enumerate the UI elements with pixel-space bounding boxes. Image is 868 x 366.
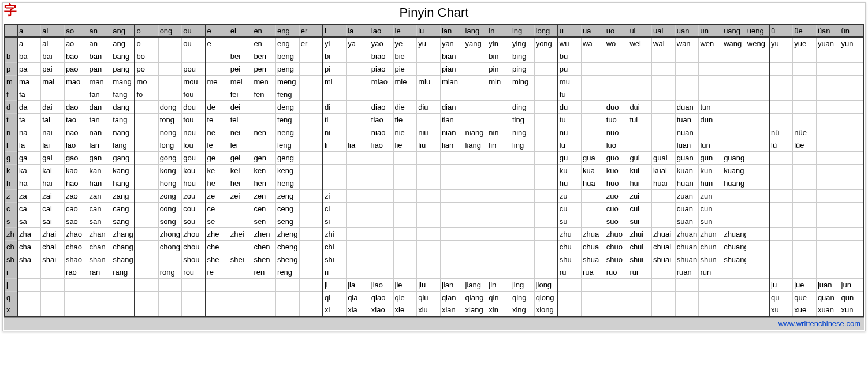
- syllable-cell: chang: [111, 240, 135, 253]
- syllable-cell: [88, 304, 111, 316]
- syllable-cell: [135, 100, 158, 113]
- syllable-cell: chua: [582, 240, 605, 253]
- syllable-cell: seng: [276, 215, 300, 227]
- syllable-cell: niu: [417, 126, 441, 139]
- initial-cell: z: [5, 189, 17, 202]
- syllable-cell: [652, 202, 676, 215]
- syllable-cell: [816, 266, 840, 278]
- syllable-cell: [370, 164, 393, 177]
- syllable-cell: ni: [323, 126, 347, 139]
- syllable-cell: nuo: [605, 126, 628, 139]
- syllable-cell: zhuan: [675, 227, 699, 240]
- syllable-cell: [440, 227, 464, 240]
- syllable-cell: cu: [558, 202, 582, 215]
- syllable-cell: [487, 215, 511, 227]
- initial-cell: m: [5, 75, 17, 88]
- initial-cell: zh: [5, 227, 17, 240]
- syllable-cell: [746, 227, 769, 240]
- syllable-cell: fan: [88, 88, 111, 100]
- syllable-cell: [276, 304, 300, 316]
- syllable-cell: [393, 151, 417, 164]
- syllable-cell: [605, 291, 628, 304]
- final-header: ai: [41, 24, 65, 37]
- syllable-cell: pu: [558, 62, 582, 75]
- syllable-cell: huang: [722, 177, 746, 189]
- syllable-cell: hun: [699, 177, 722, 189]
- syllable-cell: ruan: [675, 266, 699, 278]
- syllable-cell: [417, 215, 441, 227]
- syllable-cell: [816, 177, 840, 189]
- syllable-cell: ren: [252, 266, 276, 278]
- syllable-cell: [816, 253, 840, 266]
- syllable-cell: [652, 50, 676, 62]
- syllable-cell: gei: [229, 151, 252, 164]
- syllable-cell: luo: [605, 139, 628, 151]
- syllable-cell: yuan: [816, 37, 840, 50]
- syllable-cell: [793, 253, 817, 266]
- syllable-cell: [393, 177, 417, 189]
- syllable-cell: [675, 62, 699, 75]
- syllable-cell: [393, 189, 417, 202]
- syllable-cell: [628, 304, 652, 316]
- footer-link[interactable]: www.writtenchinese.com: [778, 319, 860, 328]
- syllable-cell: [206, 278, 229, 291]
- syllable-cell: eng: [276, 37, 300, 50]
- syllable-cell: chuai: [652, 240, 676, 253]
- final-header: a: [17, 24, 41, 37]
- syllable-cell: cai: [41, 202, 65, 215]
- syllable-cell: [722, 50, 746, 62]
- syllable-cell: [299, 253, 323, 266]
- syllable-cell: [582, 304, 605, 316]
- syllable-cell: [464, 113, 487, 126]
- syllable-cell: [64, 278, 88, 291]
- syllable-cell: [111, 278, 135, 291]
- syllable-cell: mi: [323, 75, 347, 88]
- syllable-cell: [111, 304, 135, 316]
- syllable-cell: [135, 240, 158, 253]
- syllable-cell: hai: [41, 177, 65, 189]
- initial-cell: b: [5, 50, 17, 62]
- syllable-cell: shuan: [675, 253, 699, 266]
- syllable-cell: ku: [558, 164, 582, 177]
- syllable-cell: run: [699, 266, 722, 278]
- initial-cell: c: [5, 202, 17, 215]
- syllable-cell: [722, 113, 746, 126]
- syllable-cell: kan: [88, 164, 111, 177]
- syllable-cell: [135, 164, 158, 177]
- syllable-cell: [793, 177, 817, 189]
- syllable-cell: [628, 75, 652, 88]
- syllable-cell: [652, 291, 676, 304]
- syllable-cell: ji: [323, 278, 347, 291]
- syllable-cell: [511, 215, 534, 227]
- syllable-cell: deng: [276, 100, 300, 113]
- syllable-cell: fu: [558, 88, 582, 100]
- syllable-cell: ban: [88, 50, 111, 62]
- syllable-cell: [582, 215, 605, 227]
- syllable-cell: [393, 202, 417, 215]
- syllable-cell: dao: [64, 100, 88, 113]
- syllable-cell: [417, 151, 441, 164]
- syllable-cell: [840, 50, 863, 62]
- syllable-cell: [276, 278, 300, 291]
- syllable-cell: liu: [417, 139, 441, 151]
- syllable-cell: [158, 50, 182, 62]
- syllable-cell: xue: [793, 304, 817, 316]
- syllable-cell: kua: [582, 164, 605, 177]
- syllable-cell: [182, 304, 206, 316]
- syllable-cell: [534, 266, 558, 278]
- syllable-cell: ding: [511, 100, 534, 113]
- syllable-cell: [158, 278, 182, 291]
- syllable-cell: san: [88, 215, 111, 227]
- syllable-cell: song: [158, 215, 182, 227]
- syllable-cell: [816, 139, 840, 151]
- syllable-cell: keng: [276, 164, 300, 177]
- syllable-cell: zi: [323, 189, 347, 202]
- syllable-cell: [605, 304, 628, 316]
- syllable-cell: bu: [558, 50, 582, 62]
- syllable-cell: shuang: [722, 253, 746, 266]
- syllable-cell: lian: [440, 139, 464, 151]
- syllable-cell: shan: [88, 253, 111, 266]
- syllable-cell: cheng: [276, 240, 300, 253]
- syllable-cell: lan: [88, 139, 111, 151]
- syllable-cell: o: [135, 37, 158, 50]
